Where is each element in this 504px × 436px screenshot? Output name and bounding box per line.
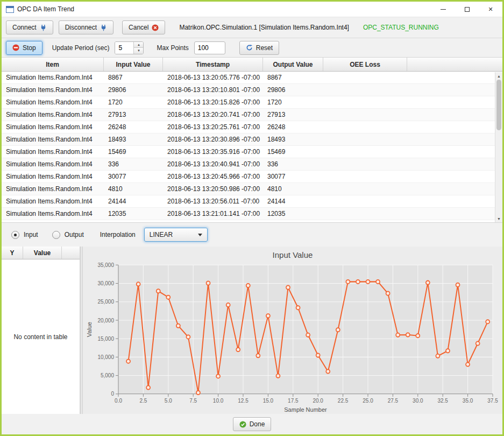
table-row[interactable]: Simulation Items.Random.Int4298062018-06… — [2, 84, 502, 96]
table-row[interactable]: Simulation Items.Random.Int448102018-06-… — [2, 183, 502, 195]
table-row[interactable]: Simulation Items.Random.Int4154692018-06… — [2, 146, 502, 158]
cancel-button[interactable]: Cancel — [122, 20, 165, 34]
column-header-output-value[interactable]: Output Value — [263, 58, 323, 71]
table-cell-input: 18493 — [104, 133, 163, 145]
table-cell-output: 30077 — [263, 171, 323, 182]
column-header-y[interactable]: Y — [2, 247, 23, 259]
table-cell-timestamp: 2018-06-13 13:20:05.776 -07:00 — [163, 72, 263, 83]
table-cell-input: 27913 — [104, 109, 163, 121]
series-controls-row: Input Output Interpolation LINEAR — [2, 223, 502, 247]
table-cell-timestamp: 2018-06-13 13:20:25.761 -07:00 — [163, 121, 263, 133]
input-radio[interactable]: Input — [11, 231, 38, 239]
svg-text:32.5: 32.5 — [437, 398, 448, 404]
svg-text:17.5: 17.5 — [288, 398, 299, 404]
table-cell-timestamp: 2018-06-13 13:20:40.941 -07:00 — [163, 158, 263, 170]
max-points-input[interactable] — [194, 41, 225, 54]
column-header-value[interactable]: Value — [23, 247, 62, 259]
output-radio[interactable]: Output — [52, 231, 84, 239]
update-period-input[interactable] — [115, 42, 133, 54]
table-cell-output: 29806 — [263, 84, 323, 96]
column-header-item[interactable]: Item — [2, 58, 104, 71]
server-label: Matrikon.OPC.Simulation.1 [Simulation It… — [179, 24, 349, 31]
trend-table: Item Input Value Timestamp Output Value … — [2, 57, 502, 223]
output-radio-label: Output — [65, 231, 84, 238]
column-header-filler — [407, 58, 502, 71]
table-cell-filler — [407, 109, 502, 121]
table-cell-output: 336 — [263, 158, 323, 170]
table-row[interactable]: Simulation Items.Random.Int43362018-06-1… — [2, 158, 502, 171]
table-cell-filler — [407, 72, 502, 83]
svg-text:Sample Number: Sample Number — [284, 406, 327, 413]
table-cell-input: 4810 — [104, 183, 163, 195]
spinner-down-button[interactable]: ▼ — [134, 47, 143, 54]
table-cell-timestamp: 2018-06-13 13:20:35.916 -07:00 — [163, 146, 263, 158]
table-cell-output: 1720 — [263, 96, 323, 108]
table-cell-oee — [323, 183, 407, 195]
table-cell-item: Simulation Items.Random.Int4 — [2, 146, 104, 158]
table-cell-output: 15469 — [263, 146, 323, 158]
table-cell-filler — [407, 96, 502, 108]
spinner-up-button[interactable]: ▲ — [134, 42, 143, 48]
interpolation-combo[interactable]: LINEAR — [144, 228, 208, 242]
minimize-icon — [441, 9, 446, 10]
maximize-icon — [465, 7, 470, 12]
table-row[interactable]: Simulation Items.Random.Int4294082018-06… — [2, 220, 502, 222]
table-cell-item: Simulation Items.Random.Int4 — [2, 121, 104, 133]
maximize-button[interactable] — [455, 2, 479, 17]
table-cell-filler — [407, 183, 502, 195]
svg-text:0.0: 0.0 — [115, 398, 122, 404]
table-cell-timestamp: 2018-06-13 13:20:50.986 -07:00 — [163, 183, 263, 195]
svg-text:30.0: 30.0 — [413, 398, 423, 404]
radio-unselected-icon — [52, 231, 60, 239]
titlebar: OPC DA Item Trend ✕ — [2, 2, 502, 17]
reset-button[interactable]: Reset — [239, 41, 279, 55]
table-row[interactable]: Simulation Items.Random.Int4300772018-06… — [2, 171, 502, 183]
table-cell-item: Simulation Items.Random.Int4 — [2, 208, 104, 220]
table-cell-item: Simulation Items.Random.Int4 — [2, 84, 104, 96]
table-row[interactable]: Simulation Items.Random.Int4262482018-06… — [2, 121, 502, 133]
table-row[interactable]: Simulation Items.Random.Int417202018-06-… — [2, 96, 502, 109]
table-row[interactable]: Simulation Items.Random.Int4241442018-06… — [2, 195, 502, 208]
table-cell-oee — [323, 208, 407, 220]
table-cell-oee — [323, 220, 407, 222]
trend-table-body: Simulation Items.Random.Int488672018-06-… — [2, 72, 502, 222]
table-cell-filler — [407, 146, 502, 158]
stop-button[interactable]: Stop — [6, 41, 42, 55]
table-cell-output: 12035 — [263, 208, 323, 220]
table-cell-output: 26248 — [263, 121, 323, 133]
table-cell-oee — [323, 96, 407, 108]
connect-button[interactable]: Connect — [6, 20, 53, 34]
table-cell-input: 1720 — [104, 96, 163, 108]
connection-toolbar: Connect Disconnect Cancel — [2, 17, 502, 38]
svg-text:5.0: 5.0 — [165, 398, 172, 404]
scroll-up-button[interactable]: ▲ — [495, 72, 502, 80]
column-header-oee-loss[interactable]: OEE Loss — [323, 58, 407, 71]
scroll-down-button[interactable]: ▼ — [495, 215, 502, 222]
chevron-down-icon — [198, 234, 202, 236]
svg-text:35.0: 35.0 — [463, 398, 473, 404]
table-cell-item: Simulation Items.Random.Int4 — [2, 158, 104, 170]
table-cell-timestamp: 2018-06-13 13:20:20.741 -07:00 — [163, 109, 263, 121]
svg-text:20,000: 20,000 — [97, 317, 114, 323]
table-cell-oee — [323, 158, 407, 170]
table-row[interactable]: Simulation Items.Random.Int4120352018-06… — [2, 208, 502, 220]
update-period-spinner[interactable]: ▲ ▼ — [115, 41, 144, 54]
table-row[interactable]: Simulation Items.Random.Int4279132018-06… — [2, 109, 502, 121]
reset-button-label: Reset — [256, 44, 273, 52]
column-header-timestamp[interactable]: Timestamp — [163, 58, 263, 71]
svg-text:10,000: 10,000 — [97, 354, 114, 360]
done-button-label: Done — [250, 420, 265, 428]
disconnect-button[interactable]: Disconnect — [59, 20, 113, 34]
table-row[interactable]: Simulation Items.Random.Int4184932018-06… — [2, 133, 502, 146]
scroll-track[interactable] — [495, 130, 502, 215]
minimize-button[interactable] — [431, 2, 455, 17]
column-header-input-value[interactable]: Input Value — [104, 58, 163, 71]
table-row[interactable]: Simulation Items.Random.Int488672018-06-… — [2, 72, 502, 84]
scroll-thumb[interactable] — [496, 80, 501, 130]
table-header: Item Input Value Timestamp Output Value … — [2, 58, 502, 72]
done-button[interactable]: Done — [233, 417, 272, 431]
vertical-scrollbar[interactable]: ▲ ▼ — [495, 72, 502, 222]
table-cell-output: 18493 — [263, 133, 323, 145]
table-cell-item: Simulation Items.Random.Int4 — [2, 183, 104, 195]
close-button[interactable]: ✕ — [479, 2, 502, 17]
